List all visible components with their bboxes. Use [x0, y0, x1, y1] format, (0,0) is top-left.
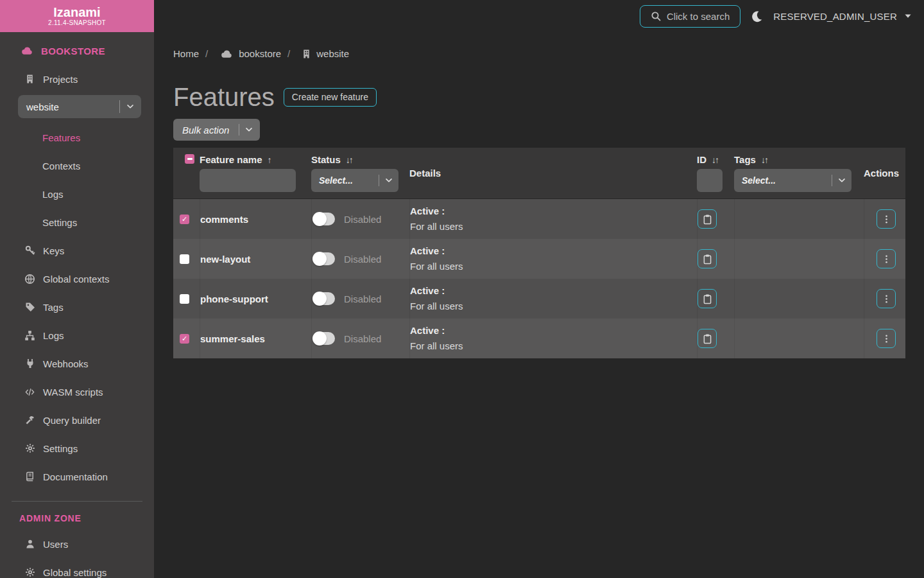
admin-menu: Users Global settings — [0, 530, 154, 578]
sidebar-item[interactable]: Documentation — [0, 462, 154, 491]
sidebar-subitem[interactable]: Logs — [0, 180, 154, 208]
search-button[interactable]: Click to search — [640, 5, 740, 28]
projects-label: Projects — [43, 74, 78, 85]
toggle-knob — [312, 331, 327, 346]
sidebar-item[interactable]: Webhooks — [0, 349, 154, 378]
bulk-action-button[interactable]: Bulk action — [173, 119, 260, 141]
column-header-feature-name[interactable]: Feature name ↑ — [200, 154, 311, 165]
sidebar-subitem-label: Logs — [42, 189, 64, 200]
sort-both-icon: ↓↑ — [712, 155, 718, 165]
breadcrumb-item[interactable]: website — [281, 48, 349, 60]
sidebar-item-label: Keys — [43, 245, 64, 256]
sidebar-item[interactable]: Global settings — [0, 558, 154, 578]
column-header-id[interactable]: ID ↓↑ — [697, 154, 734, 165]
column-header-status[interactable]: Status ↓↑ — [311, 154, 409, 165]
sidebar-item-icon — [24, 387, 35, 397]
select-all-checkbox[interactable] — [185, 154, 194, 164]
feature-toggle[interactable] — [313, 332, 335, 345]
sidebar-item-label: Users — [43, 539, 68, 550]
table-row: summer-sales Disabled Active : For all u… — [173, 319, 905, 358]
feature-name: comments — [200, 214, 248, 225]
feature-toggle[interactable] — [313, 252, 335, 265]
sidebar-subitem[interactable]: Features — [0, 123, 154, 152]
sidebar-item[interactable]: Tags — [0, 293, 154, 321]
row-actions-button[interactable] — [877, 209, 896, 229]
sidebar-item-label: Logs — [43, 330, 64, 341]
bulk-action-label: Bulk action — [182, 125, 229, 136]
copy-id-button[interactable] — [697, 289, 717, 308]
toggle-knob — [312, 292, 327, 306]
row-checkbox[interactable] — [180, 334, 189, 344]
row-checkbox[interactable] — [180, 215, 189, 224]
sidebar-item-icon — [24, 274, 35, 285]
sidebar-item-icon — [24, 302, 35, 312]
select-divider — [379, 175, 379, 186]
dark-mode-toggle-icon[interactable] — [751, 10, 763, 22]
tags-cell — [734, 199, 864, 239]
row-actions-button[interactable] — [877, 289, 896, 308]
sidebar-item-icon — [24, 567, 35, 577]
tags-cell — [734, 239, 864, 279]
user-menu[interactable]: RESERVED_ADMIN_USER — [773, 11, 912, 22]
sidebar-menu: Keys Global contexts Tags Logs Webhooks … — [0, 236, 154, 491]
breadcrumb-icon — [219, 48, 234, 60]
sidebar-item-icon — [24, 415, 35, 425]
toggle-knob — [312, 212, 327, 226]
sidebar-item[interactable]: Settings — [0, 434, 154, 462]
copy-id-button[interactable] — [697, 209, 717, 229]
copy-id-button[interactable] — [697, 249, 717, 268]
sidebar-item[interactable]: Users — [0, 530, 154, 558]
sidebar-item[interactable]: Keys — [0, 236, 154, 265]
sidebar-item[interactable]: WASM scripts — [0, 378, 154, 406]
sidebar-item-label: Global contexts — [43, 274, 109, 285]
sidebar-item[interactable]: Query builder — [0, 406, 154, 434]
row-checkbox[interactable] — [180, 254, 189, 264]
sidebar-item[interactable]: Global contexts — [0, 265, 154, 293]
project-select[interactable]: website — [18, 95, 141, 118]
column-header-tags[interactable]: Tags ↓↑ — [734, 154, 864, 165]
status-filter-select[interactable]: Select... — [311, 169, 398, 192]
tenant-selector[interactable]: BOOKSTORE — [0, 37, 154, 65]
app-logo[interactable]: Izanami 2.11.4-SNAPSHOT — [0, 0, 154, 32]
sidebar-subitem[interactable]: Contexts — [0, 152, 154, 180]
sidebar-item-icon — [24, 539, 35, 549]
details-text: For all users — [410, 338, 463, 354]
row-actions-button[interactable] — [877, 249, 896, 268]
details-title: Active : — [410, 243, 445, 259]
topbar-right: Click to search RESERVED_ADMIN_USER — [640, 5, 924, 28]
sidebar-item-label: Query builder — [43, 415, 101, 426]
main-content: Home bookstore website Features Create n… — [154, 32, 924, 578]
sidebar-item[interactable]: Logs — [0, 321, 154, 349]
breadcrumb-item[interactable]: bookstore — [199, 48, 281, 60]
breadcrumb-item[interactable]: Home — [173, 48, 199, 60]
id-filter-input[interactable] — [697, 169, 723, 192]
sidebar-subitem[interactable]: Settings — [0, 208, 154, 236]
sidebar-subitem-label: Features — [42, 132, 80, 143]
tags-filter-select[interactable]: Select... — [734, 169, 851, 192]
feature-name-filter-input[interactable] — [200, 169, 296, 192]
table-header: Feature name ↑ Status ↓↑ Select... De — [173, 148, 905, 199]
row-actions-button[interactable] — [877, 329, 896, 348]
details-title: Active : — [410, 204, 445, 219]
feature-toggle[interactable] — [313, 292, 335, 305]
clipboard-icon — [702, 293, 713, 304]
feature-name: summer-sales — [200, 333, 265, 344]
details-text: For all users — [410, 219, 463, 234]
user-name: RESERVED_ADMIN_USER — [773, 11, 897, 22]
copy-id-button[interactable] — [697, 329, 717, 348]
chevron-down-icon — [244, 125, 253, 134]
row-checkbox[interactable] — [180, 294, 189, 304]
sort-both-icon: ↓↑ — [761, 155, 767, 165]
tags-cell — [734, 319, 864, 358]
breadcrumb-label: Home — [173, 48, 199, 60]
breadcrumb-icon — [302, 49, 311, 59]
create-feature-button[interactable]: Create new feature — [284, 88, 377, 107]
breadcrumb-label: bookstore — [239, 48, 281, 60]
clipboard-icon — [702, 333, 713, 344]
details-title: Active : — [410, 283, 445, 299]
sidebar-item-label: WASM scripts — [43, 387, 103, 398]
sidebar-item-icon — [24, 358, 35, 369]
feature-toggle[interactable] — [313, 213, 335, 225]
table-row: comments Disabled Active : For all users — [173, 199, 905, 239]
sidebar-item-projects[interactable]: Projects — [0, 65, 154, 93]
